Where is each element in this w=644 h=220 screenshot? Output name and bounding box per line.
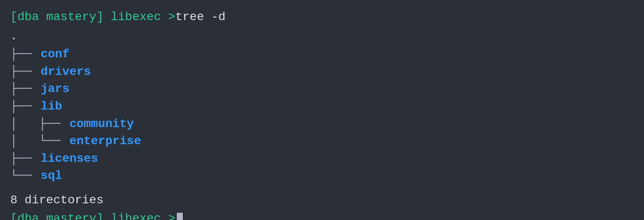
command-text: tree -d bbox=[175, 9, 225, 26]
prompt-text: [dba mastery] libexec > bbox=[10, 9, 175, 26]
branch-icon: ├── bbox=[10, 63, 39, 81]
dir-jars: jars bbox=[41, 80, 69, 98]
dir-lib: lib bbox=[41, 98, 62, 116]
dot-line: . bbox=[10, 28, 634, 45]
tree-row-licenses: ├── licenses bbox=[10, 150, 634, 168]
branch-icon: │ ├── bbox=[10, 116, 67, 133]
final-prompt-line: [dba mastery] libexec > bbox=[10, 210, 634, 220]
dir-licenses: licenses bbox=[41, 150, 98, 168]
summary-text: 8 directories bbox=[10, 192, 634, 209]
tree-row-lib: ├── lib bbox=[10, 98, 634, 116]
tree-row-community: │ ├── community bbox=[10, 116, 634, 133]
dir-sql: sql bbox=[41, 167, 62, 185]
tree-row-jars: ├── jars bbox=[10, 80, 634, 98]
tree-container: ├── conf ├── drivers ├── jars ├── lib │ … bbox=[10, 46, 634, 185]
tree-row-conf: ├── conf bbox=[10, 46, 634, 63]
branch-icon: ├── bbox=[10, 150, 39, 168]
branch-icon: │ └── bbox=[10, 133, 67, 150]
branch-icon: └── bbox=[10, 167, 39, 185]
command-line: [dba mastery] libexec > tree -d bbox=[10, 9, 634, 26]
dir-community: community bbox=[69, 116, 134, 133]
final-prompt-text: [dba mastery] libexec > bbox=[10, 210, 175, 220]
tree-row-enterprise: │ └── enterprise bbox=[10, 133, 634, 150]
branch-icon: ├── bbox=[10, 80, 39, 98]
terminal-window: [dba mastery] libexec > tree -d . ├── co… bbox=[10, 9, 634, 220]
dir-enterprise: enterprise bbox=[69, 133, 141, 150]
dir-drivers: drivers bbox=[41, 63, 91, 81]
dir-conf: conf bbox=[41, 46, 69, 63]
branch-icon: ├── bbox=[10, 46, 39, 63]
tree-row-drivers: ├── drivers bbox=[10, 63, 634, 81]
cursor[interactable] bbox=[177, 213, 183, 220]
tree-row-sql: └── sql bbox=[10, 167, 634, 185]
branch-icon: ├── bbox=[10, 98, 39, 116]
